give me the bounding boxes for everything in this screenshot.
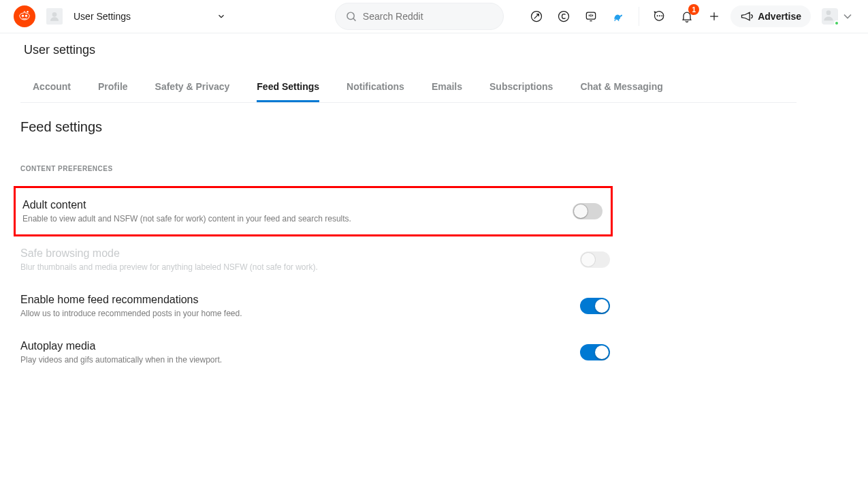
tab-account[interactable]: Account <box>33 71 71 102</box>
search-icon <box>345 10 357 23</box>
megaphone-icon <box>740 10 754 23</box>
tabs: AccountProfileSafety & PrivacyFeed Setti… <box>20 71 797 103</box>
notifications-icon[interactable]: 1 <box>676 5 698 27</box>
tab-emails[interactable]: Emails <box>432 71 462 102</box>
svg-point-9 <box>657 16 658 16</box>
svg-line-5 <box>353 18 355 20</box>
app-header: User Settings 1 Advertise <box>0 0 868 33</box>
section-label: CONTENT PREFERENCES <box>20 165 613 172</box>
search-input[interactable] <box>363 11 494 22</box>
setting-desc: Allow us to introduce recommended posts … <box>20 309 242 318</box>
popular-icon[interactable] <box>526 5 547 27</box>
toggle-switch[interactable] <box>580 298 610 314</box>
create-post-icon[interactable] <box>703 5 725 27</box>
header-icons: 1 Advertise <box>526 5 854 27</box>
toggle-switch <box>580 251 610 268</box>
chevron-down-icon <box>841 10 854 23</box>
svg-point-11 <box>662 16 662 16</box>
page-title: User settings <box>24 43 797 57</box>
setting-row: Autoplay mediaPlay videos and gifs autom… <box>20 329 613 375</box>
setting-desc: Blur thumbnails and media preview for an… <box>20 262 318 272</box>
tab-subscriptions[interactable]: Subscriptions <box>489 71 553 102</box>
toggle-switch[interactable] <box>580 344 610 360</box>
section: Feed settings CONTENT PREFERENCES Adult … <box>20 103 613 375</box>
svg-point-10 <box>660 16 660 16</box>
tab-profile[interactable]: Profile <box>98 71 128 102</box>
community-avatar-icon <box>46 8 63 25</box>
page-content: User settings AccountProfileSafety & Pri… <box>0 33 817 385</box>
user-avatar-icon <box>822 8 838 25</box>
talk-icon[interactable] <box>580 5 602 27</box>
setting-desc: Play videos and gifs automatically when … <box>20 355 222 365</box>
search-wrap <box>335 3 504 30</box>
svg-point-0 <box>22 15 24 17</box>
svg-point-14 <box>826 10 831 15</box>
section-title: Feed settings <box>20 119 613 135</box>
svg-point-7 <box>559 12 569 22</box>
setting-title: Adult content <box>22 199 351 211</box>
setting-desc: Enable to view adult and NSFW (not safe … <box>22 214 351 224</box>
chat-icon[interactable] <box>649 5 671 27</box>
kangaroo-icon[interactable] <box>607 5 629 27</box>
setting-row: Enable home feed recommendationsAllow us… <box>20 283 613 329</box>
setting-title: Autoplay media <box>20 340 222 352</box>
setting-title: Enable home feed recommendations <box>20 294 242 306</box>
setting-title: Safe browsing mode <box>20 247 318 260</box>
online-indicator <box>834 20 839 26</box>
svg-point-1 <box>25 15 27 17</box>
tab-feed-settings[interactable]: Feed Settings <box>257 71 319 102</box>
coin-icon[interactable] <box>553 5 575 27</box>
chevron-down-icon <box>216 12 226 21</box>
setting-row: Safe browsing modeBlur thumbnails and me… <box>20 236 613 283</box>
divider <box>639 7 639 26</box>
reddit-logo-icon[interactable] <box>14 5 35 27</box>
user-menu[interactable] <box>822 8 854 25</box>
svg-point-4 <box>347 12 354 19</box>
setting-row: Adult contentEnable to view adult and NS… <box>16 192 605 230</box>
advertise-label: Advertise <box>758 11 801 22</box>
search-box[interactable] <box>335 3 504 30</box>
advertise-button[interactable]: Advertise <box>730 5 811 27</box>
tab-safety-privacy[interactable]: Safety & Privacy <box>155 71 230 102</box>
toggle-switch[interactable] <box>573 203 602 219</box>
tab-notifications[interactable]: Notifications <box>347 71 404 102</box>
svg-point-2 <box>27 11 29 13</box>
nav-dropdown-label: User Settings <box>74 11 131 22</box>
highlight-box: Adult contentEnable to view adult and NS… <box>14 186 613 236</box>
notification-badge: 1 <box>688 4 699 15</box>
tab-chat-messaging[interactable]: Chat & Messaging <box>580 71 662 102</box>
nav-dropdown[interactable]: User Settings <box>68 8 231 25</box>
svg-point-3 <box>52 12 57 17</box>
